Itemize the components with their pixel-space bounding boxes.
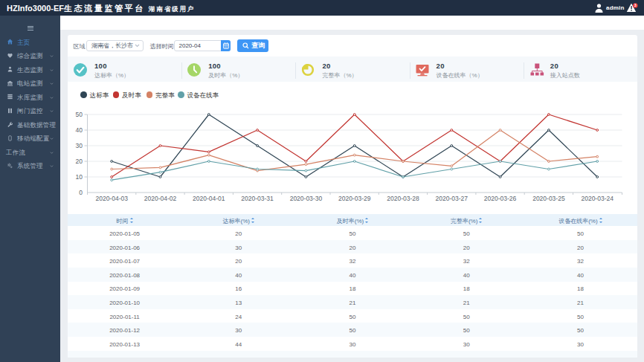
svg-text:2020-03-31: 2020-03-31: [241, 195, 274, 202]
svg-text:30: 30: [76, 142, 83, 149]
svg-text:2020-03-26: 2020-03-26: [484, 195, 517, 202]
svg-text:2020-03-28: 2020-03-28: [387, 195, 419, 202]
svg-text:50: 50: [76, 111, 83, 118]
svg-text:2020-03-30: 2020-03-30: [290, 195, 323, 202]
svg-text:2020-04-02: 2020-04-02: [144, 195, 177, 202]
svg-text:2020-03-25: 2020-03-25: [532, 195, 565, 202]
svg-text:2020-03-27: 2020-03-27: [436, 195, 468, 202]
svg-text:10: 10: [76, 173, 83, 181]
svg-text:20: 20: [76, 158, 83, 165]
svg-text:40: 40: [76, 126, 83, 134]
svg-text:2020-03-24: 2020-03-24: [581, 195, 614, 202]
svg-text:2020-03-29: 2020-03-29: [338, 195, 371, 202]
svg-text:0: 0: [79, 189, 83, 196]
svg-text:2020-04-01: 2020-04-01: [193, 195, 225, 202]
svg-text:2020-04-03: 2020-04-03: [95, 195, 128, 202]
